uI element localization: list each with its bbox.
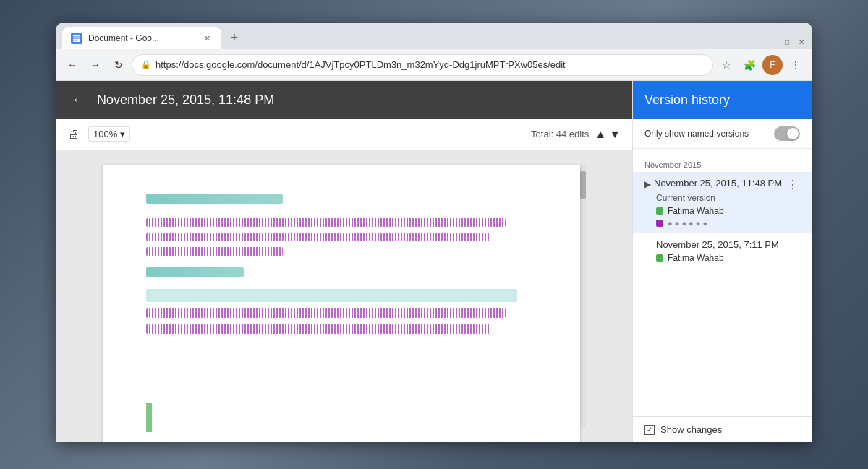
version-month-group: November 2015: [633, 155, 812, 172]
close-button[interactable]: ✕: [797, 38, 806, 46]
doc-title: November 25, 2015, 11:48 PM: [97, 92, 274, 108]
text-line-6: [146, 289, 517, 302]
version-list: November 2015 ▶ November 25, 2015, 11:48…: [633, 149, 812, 416]
text-line-1: [146, 194, 283, 204]
doc-toolbar: 🖨 100% ▾ Total: 44 edits ▲ ▼: [56, 119, 632, 150]
tab-close-button[interactable]: ✕: [201, 33, 213, 44]
version-panel-title: Version history: [644, 92, 730, 107]
lock-icon: 🔒: [141, 60, 151, 69]
doc-header: ← November 25, 2015, 11:48 PM: [56, 81, 632, 119]
svg-rect-1: [73, 36, 80, 38]
text-line-2: [146, 218, 506, 227]
zoom-control[interactable]: 100% ▾: [88, 126, 130, 142]
doc-page: [103, 165, 580, 442]
text-line-8: [146, 324, 490, 334]
user-name-3: Fatima Wahab: [668, 253, 724, 263]
user-color-dot-2: [656, 220, 663, 227]
chrome-toolbar: ← → ↻ 🔒 https://docs.google.com/document…: [56, 49, 812, 81]
version-item-header: ▶ November 25, 2015, 11:48 PM ⋮: [644, 178, 800, 192]
show-changes-checkbox[interactable]: ✓: [644, 425, 655, 435]
named-versions-toggle[interactable]: [774, 126, 800, 141]
version-panel: Version history Only show named versions…: [632, 81, 812, 442]
user-color-dot: [656, 207, 663, 215]
zoom-label: 100%: [93, 129, 117, 139]
minimize-button[interactable]: —: [768, 38, 777, 46]
user-avatar[interactable]: F: [762, 55, 783, 75]
text-line-4: [146, 247, 283, 256]
version-item-2[interactable]: November 25, 2015, 7:11 PM Fatima Wahab: [633, 233, 812, 269]
toggle-label: Only show named versions: [644, 129, 768, 139]
chrome-window: Document - Goo... ✕ + — □ ✕ ← → ↻ 🔒 http…: [56, 23, 812, 442]
maximize-button[interactable]: □: [783, 38, 791, 46]
prev-edit-button[interactable]: ▲: [595, 128, 606, 141]
version-item-2-header: November 25, 2015, 7:11 PM: [644, 239, 800, 250]
forward-button[interactable]: →: [85, 55, 106, 75]
show-changes-label: Show changes: [660, 424, 722, 435]
text-line-3: [146, 233, 490, 241]
version-datetime: November 25, 2015, 11:48 PM: [654, 178, 786, 189]
toolbar-actions: ☆ 🧩 F ⋮: [716, 55, 806, 75]
svg-rect-3: [73, 40, 78, 41]
refresh-button[interactable]: ↻: [109, 55, 129, 75]
address-bar[interactable]: 🔒 https://docs.google.com/document/d/1AJ…: [132, 54, 713, 76]
new-tab-button[interactable]: +: [224, 27, 244, 48]
nav-arrows: ▲ ▼: [595, 128, 621, 141]
print-button[interactable]: 🖨: [68, 128, 80, 141]
toggle-knob: [787, 128, 799, 139]
doc-area: ← November 25, 2015, 11:48 PM 🖨 100% ▾ T…: [56, 81, 632, 442]
next-edit-button[interactable]: ▼: [609, 128, 621, 141]
window-controls: — □ ✕: [768, 38, 806, 46]
docs-favicon: [71, 33, 82, 44]
url-text: https://docs.google.com/document/d/1AJVj…: [156, 59, 704, 70]
version-item[interactable]: ▶ November 25, 2015, 11:48 PM ⋮ Current …: [633, 172, 812, 233]
version-user-2: ● ● ● ● ● ●: [644, 219, 800, 228]
svg-rect-2: [73, 38, 80, 40]
chrome-tab[interactable]: Document - Goo... ✕: [62, 27, 221, 49]
doc-content: [56, 150, 632, 442]
version-footer: ✓ Show changes: [633, 416, 812, 442]
version-user-1: Fatima Wahab: [644, 206, 800, 216]
text-line-5: [146, 267, 244, 277]
version-current-label: Current version: [644, 193, 800, 203]
edit-count: Total: 44 edits ▲ ▼: [531, 128, 621, 141]
user-name-1: Fatima Wahab: [668, 206, 724, 216]
version-panel-header: Version history: [633, 81, 812, 119]
version-datetime-2: November 25, 2015, 7:11 PM: [644, 239, 800, 250]
user-name-2: ● ● ● ● ● ●: [668, 219, 707, 228]
version-toggle-row: Only show named versions: [633, 119, 812, 149]
tab-title: Document - Goo...: [88, 33, 195, 43]
version-menu-button[interactable]: ⋮: [786, 178, 800, 192]
doc-scrollbar-thumb[interactable]: [580, 171, 586, 199]
extensions-button[interactable]: 🧩: [739, 55, 760, 75]
back-button[interactable]: ←: [62, 55, 82, 75]
user-color-dot-3: [656, 254, 663, 262]
text-line-7: [146, 308, 506, 318]
doc-container: ← November 25, 2015, 11:48 PM 🖨 100% ▾ T…: [56, 81, 812, 442]
menu-button[interactable]: ⋮: [786, 55, 806, 75]
expand-icon: ▶: [644, 179, 651, 189]
cursor-indicator: [146, 403, 152, 432]
doc-scrollbar[interactable]: [580, 165, 586, 428]
doc-back-button[interactable]: ←: [68, 90, 88, 110]
bookmark-button[interactable]: ☆: [716, 55, 736, 75]
chrome-titlebar: Document - Goo... ✕ + — □ ✕: [56, 23, 812, 49]
version-user-3: Fatima Wahab: [644, 253, 800, 263]
zoom-dropdown-icon: ▾: [120, 129, 125, 139]
total-edits-label: Total: 44 edits: [531, 129, 589, 139]
